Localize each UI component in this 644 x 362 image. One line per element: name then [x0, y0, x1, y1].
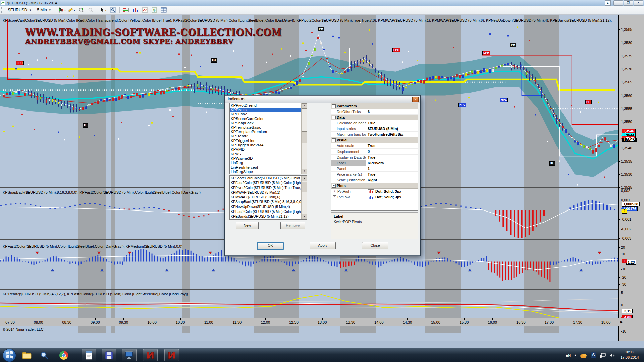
apply-button[interactable]: Apply: [310, 242, 336, 249]
property-section-plots[interactable]: −Plots: [331, 183, 418, 189]
scroll-down-icon[interactable]: ▼: [302, 169, 307, 174]
applied-indicator-item[interactable]: KPScoreCardColor($EURUSD (5 Min),Color […: [230, 176, 307, 180]
interval-select[interactable]: 5 Min▼: [35, 7, 53, 13]
instrument-select[interactable]: $EURUSD▼: [6, 7, 34, 13]
remove-button[interactable]: Remove: [280, 222, 305, 229]
dialog-titlebar[interactable]: Indicators ✕: [225, 96, 420, 103]
ninjatrader-icon[interactable]: [143, 349, 158, 361]
indicator-item-kppivots[interactable]: KPPivots: [230, 108, 307, 112]
available-list-scrollbar[interactable]: ▲ ▼: [301, 103, 307, 174]
indicator-item-kpvmd[interactable]: KPVMD: [230, 147, 307, 152]
bar-spacing-button[interactable]: [122, 6, 130, 14]
applied-indicator-item[interactable]: KPNewUpDown($EURUSD (5 Min),4): [230, 204, 307, 209]
speaker-icon[interactable]: [609, 353, 615, 358]
skype-icon[interactable]: S: [591, 352, 596, 358]
ok-button[interactable]: OK: [257, 242, 284, 250]
grid-button[interactable]: [160, 6, 168, 14]
indicator-item-kptrend2[interactable]: KPTrend2: [230, 134, 307, 138]
explorer-icon[interactable]: [19, 349, 34, 361]
hidden-icons-button[interactable]: ▲: [574, 354, 577, 357]
property-row-pvthigh[interactable]: +PvtHighDot; Solid; 3px: [331, 189, 418, 194]
maximize-button[interactable]: ❐: [624, 0, 633, 6]
collapse-icon[interactable]: −: [332, 138, 336, 142]
property-row-scale-justification[interactable]: Scale justificationRight: [331, 177, 418, 183]
applied-indicators-list[interactable]: KPScoreCardColor($EURUSD (5 Min),Color […: [229, 175, 307, 220]
property-grid[interactable]: −ParametersDotOffsetTicks6−DataCalculate…: [331, 103, 418, 211]
minimize-button[interactable]: —: [613, 0, 623, 6]
property-section-visual[interactable]: −Visual: [331, 137, 418, 143]
scroll-up-icon[interactable]: ▲: [302, 103, 307, 109]
expand-icon[interactable]: +: [333, 190, 336, 193]
property-section-parameters[interactable]: −Parameters: [331, 103, 418, 109]
data-box-button[interactable]: [109, 6, 117, 14]
monitor-icon[interactable]: [122, 349, 137, 361]
start-button[interactable]: [3, 349, 16, 362]
indicator-item-kptriggerline[interactable]: KPTriggerLine: [230, 139, 307, 143]
indicator-item-linreg[interactable]: LinReg: [230, 161, 307, 165]
indicator-item-linregintercept[interactable]: LinRegIntercept: [230, 165, 307, 170]
collapse-icon[interactable]: −: [332, 116, 336, 119]
language-indicator[interactable]: EN: [566, 353, 571, 357]
indicator-item-linregslope[interactable]: LinRegSlope: [230, 170, 307, 174]
panel-separator[interactable]: [0, 289, 618, 290]
indicator-item-kpscorecardcolor[interactable]: KPScoreCardColor: [230, 117, 307, 121]
notepad-icon[interactable]: [82, 349, 96, 361]
applied-indicator-item[interactable]: KPSnapBack($EURUSD (5 Min),8,16,3,8,0,0): [230, 199, 307, 204]
cloud-icon[interactable]: [580, 353, 587, 358]
zoom-out-button[interactable]: [87, 6, 95, 14]
indicator-item-kptemplatepremium[interactable]: KPTemplatePremium: [230, 130, 307, 134]
close-button[interactable]: ✕: [634, 0, 643, 6]
indicator-item-kpvs[interactable]: KPVS: [230, 152, 307, 156]
save-icon[interactable]: [102, 349, 116, 361]
applied-list-scrollbar[interactable]: ▲ ▼: [301, 176, 307, 219]
account-button[interactable]: $: [150, 6, 158, 14]
property-row-dotoffsetticks[interactable]: DotOffsetTicks6: [331, 109, 418, 115]
property-row-price-marker-s-[interactable]: Price marker(s)True: [331, 172, 418, 177]
indicator-item-kppivot2trend[interactable]: KPPivot2Trend: [230, 103, 307, 108]
property-row-pvtlow[interactable]: +PvtLowDot; Solid; 3px: [331, 194, 418, 200]
price-axis[interactable]: 1,35851,35801,35751,35701,35651,35601,35…: [618, 15, 644, 348]
scrollbar-thumb[interactable]: [302, 131, 307, 143]
property-row-panel[interactable]: Panel1: [331, 166, 418, 172]
indicator-item-kptriggerlinevma[interactable]: KPTriggerLineVMA: [230, 143, 307, 147]
scroll-up-icon[interactable]: ▲: [302, 176, 307, 181]
property-row-maximum-bars-look-back[interactable]: Maximum bars look backTwoHundredFiftySix: [331, 132, 418, 137]
applied-indicator-item[interactable]: KPEBands($EURUSD (5 Min),21,12): [230, 214, 307, 219]
scroll-right-icon[interactable]: ▶: [620, 320, 623, 324]
network-icon[interactable]: [600, 353, 606, 358]
applied-indicator-item[interactable]: KPFast2Color($EURUSD (5 Min),Color [Ligh…: [230, 209, 307, 214]
scroll-down-icon[interactable]: ▼: [302, 214, 307, 219]
line-chart-button[interactable]: [141, 6, 149, 14]
window-titlebar[interactable]: $EURUSD (5 Min) 17.06.2014 L — ❐ ✕: [0, 0, 644, 6]
indicator-item-kpwayne3d[interactable]: KPWayne3D: [230, 156, 307, 161]
search-icon[interactable]: [37, 349, 52, 361]
applied-indicator-item[interactable]: KPMWAP($EURUSD (5 Min),1): [230, 190, 307, 195]
property-row-displacement[interactable]: Displacement0: [331, 149, 418, 155]
applied-indicator-item[interactable]: KPFast2Color($EURUSD (5 Min),Color [Ligh…: [230, 180, 307, 185]
property-row-display-in-data-box[interactable]: Display in Data BoxTrue: [331, 155, 418, 160]
dialog-close-button[interactable]: ✕: [412, 97, 419, 102]
chrome-icon[interactable]: [56, 349, 71, 361]
indicator-item-kppush2[interactable]: KPPush2: [230, 112, 307, 116]
new-button[interactable]: New: [236, 222, 259, 229]
applied-indicator-item[interactable]: KPMWAP($EURUSD (5 Min),6): [230, 195, 307, 199]
cursor-button[interactable]: ▼: [100, 6, 108, 14]
close-dialog-button[interactable]: Close: [362, 242, 388, 249]
property-row-label[interactable]: LabelKPPivots: [331, 160, 418, 166]
clock[interactable]: 18:12 17.06.2014: [616, 349, 643, 360]
ninjatrader-icon-2[interactable]: [164, 349, 179, 361]
scrollbar-thumb[interactable]: [302, 182, 307, 192]
expand-icon[interactable]: +: [333, 195, 336, 199]
time-axis[interactable]: ▶07:3008:0008:3009:0009:3010:0010:3011:0…: [0, 318, 644, 326]
property-row-auto-scale[interactable]: Auto scaleTrue: [331, 143, 418, 149]
chart-type-button[interactable]: [131, 6, 140, 14]
indicator-item-kptemplatebasic[interactable]: KPTemplateBasic: [230, 125, 307, 130]
property-row-input-series[interactable]: Input series$EURUSD (5 Min): [331, 126, 418, 132]
kptrend2-panel[interactable]: [0, 290, 618, 333]
property-section-data[interactable]: −Data: [331, 115, 418, 120]
link-button[interactable]: L: [605, 0, 611, 6]
collapse-icon[interactable]: −: [332, 184, 336, 188]
property-row-calculate-on-bar-close[interactable]: Calculate on bar closeTrue: [331, 120, 418, 126]
available-indicators-list[interactable]: KPPivot2TrendKPPivotsKPPush2KPScoreCardC…: [229, 103, 307, 174]
chart-style-button[interactable]: ▼: [58, 6, 66, 14]
